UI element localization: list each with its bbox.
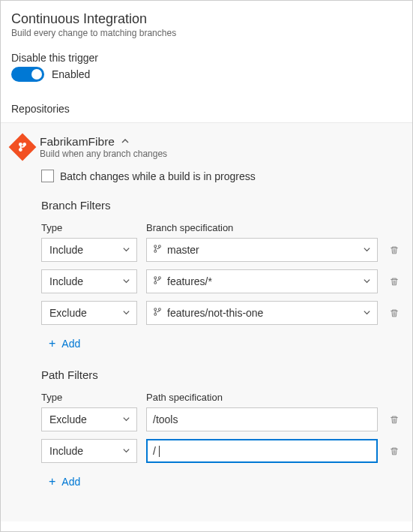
chevron-up-icon [121, 137, 130, 148]
path-type-column-header: Type [41, 392, 137, 403]
chevron-down-icon [122, 275, 130, 287]
toggle-knob [31, 69, 42, 80]
chevron-down-icon [363, 275, 371, 287]
delete-row-button[interactable] [387, 412, 402, 427]
branch-filter-row: Exclude features/not-this-one [41, 301, 402, 325]
path-spec-input[interactable]: / [146, 439, 378, 463]
branch-icon [153, 307, 163, 319]
branch-spec-value: features/* [167, 275, 212, 287]
chevron-down-icon [363, 307, 371, 319]
path-type-value: Exclude [49, 413, 87, 425]
batch-changes-label: Batch changes while a build is in progre… [60, 170, 256, 182]
add-branch-filter-label: Add [61, 338, 80, 350]
repository-name: FabrikamFibre [40, 135, 115, 149]
trash-icon [389, 245, 400, 255]
add-branch-filter-button[interactable]: + Add [49, 337, 80, 350]
path-type-select[interactable]: Include [41, 439, 137, 463]
svg-point-3 [154, 277, 157, 279]
branch-type-select[interactable]: Exclude [41, 301, 137, 325]
branch-spec-input[interactable]: features/not-this-one [146, 301, 378, 325]
repository-card: FabrikamFibre Build when any branch chan… [1, 122, 412, 521]
branch-icon [153, 244, 163, 256]
branch-filter-row: Include master [41, 238, 402, 262]
plus-icon: + [49, 337, 55, 350]
path-spec-value: / [153, 445, 156, 457]
delete-row-button[interactable] [387, 274, 402, 289]
svg-point-7 [154, 313, 157, 315]
branch-spec-value: master [167, 244, 199, 256]
branch-filters-heading: Branch Filters [41, 199, 402, 212]
chevron-down-icon [122, 244, 130, 256]
chevron-down-icon [122, 307, 130, 319]
branch-spec-value: features/not-this-one [167, 307, 263, 319]
path-type-value: Include [49, 445, 83, 457]
trash-icon [389, 446, 400, 456]
delete-row-button[interactable] [387, 242, 402, 257]
delete-row-button[interactable] [387, 305, 402, 320]
trash-icon [389, 414, 400, 425]
branch-type-column-header: Type [41, 222, 137, 233]
path-spec-input[interactable]: /tools [146, 407, 378, 431]
svg-point-1 [154, 250, 157, 252]
trash-icon [389, 308, 400, 318]
branch-spec-input[interactable]: master [146, 238, 378, 262]
add-path-filter-button[interactable]: + Add [49, 475, 80, 488]
trigger-toggle[interactable] [11, 67, 44, 82]
svg-point-2 [158, 245, 160, 248]
branch-type-select[interactable]: Include [41, 238, 137, 262]
branch-type-value: Exclude [49, 307, 87, 319]
plus-icon: + [49, 475, 55, 488]
add-path-filter-label: Add [61, 476, 80, 488]
svg-point-6 [154, 308, 157, 311]
branch-type-value: Include [49, 244, 83, 256]
branch-spec-column-header: Branch specification [146, 222, 402, 233]
svg-point-4 [154, 281, 157, 284]
svg-point-0 [154, 245, 157, 248]
repository-header[interactable]: FabrikamFibre Build when any branch chan… [1, 135, 412, 159]
path-filter-row: Include / [41, 439, 402, 463]
chevron-down-icon [122, 445, 130, 457]
git-repo-icon [9, 134, 37, 161]
trash-icon [389, 276, 400, 287]
page-title: Continuous Integration [11, 11, 402, 27]
branch-spec-input[interactable]: features/* [146, 269, 378, 293]
chevron-down-icon [122, 413, 130, 425]
path-spec-value: /tools [153, 413, 178, 425]
path-filters-heading: Path Filters [41, 368, 402, 381]
svg-point-8 [158, 308, 160, 311]
chevron-down-icon [363, 244, 371, 256]
path-filter-row: Exclude /tools [41, 407, 402, 431]
path-type-select[interactable]: Exclude [41, 407, 137, 431]
trigger-state-label: Enabled [52, 68, 90, 80]
text-caret [159, 446, 160, 457]
path-spec-column-header: Path specification [146, 392, 402, 403]
delete-row-button[interactable] [387, 443, 402, 458]
svg-point-5 [158, 277, 160, 279]
branch-icon [153, 275, 163, 287]
batch-changes-checkbox[interactable] [41, 170, 54, 182]
branch-type-select[interactable]: Include [41, 269, 137, 293]
repository-subtitle: Build when any branch changes [40, 149, 167, 159]
branch-filter-row: Include features/* [41, 269, 402, 293]
branch-type-value: Include [49, 275, 83, 287]
page-subtitle: Build every change to matching branches [11, 28, 402, 38]
repositories-heading: Repositories [11, 103, 402, 115]
disable-trigger-label: Disable this trigger [11, 52, 402, 64]
